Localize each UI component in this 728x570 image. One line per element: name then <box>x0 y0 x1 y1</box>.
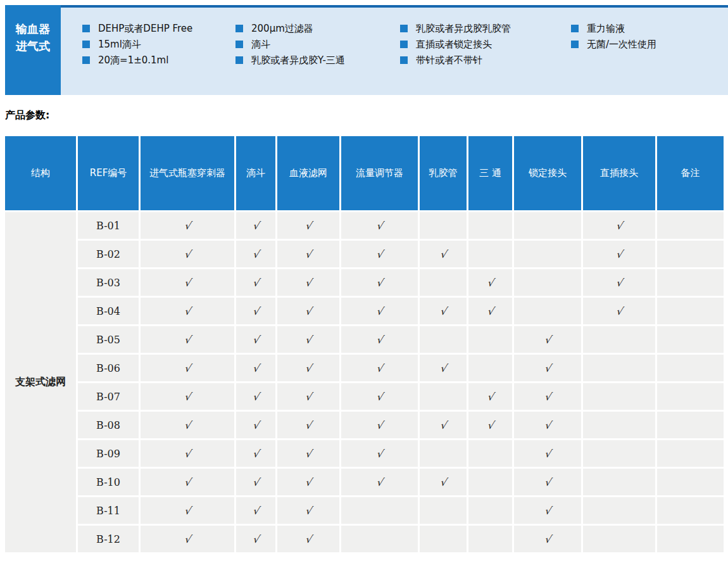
column-header-7: 乳胶管 <box>420 136 468 212</box>
column-header-3: 进气式瓶塞穿刺器 <box>141 136 236 212</box>
bullet-square-icon <box>235 25 243 32</box>
bullet-square-icon <box>82 41 90 48</box>
check-cell: √ <box>277 355 341 383</box>
feature-item: 15ml滴斗 <box>82 39 192 50</box>
page: 输血器 进气式 DEHP或者DEHP Free15ml滴斗20滴=1±0.1ml… <box>5 5 724 554</box>
check-cell: √ <box>341 440 420 469</box>
check-cell: √ <box>141 212 236 241</box>
check-cell: √ <box>141 269 236 298</box>
check-cell: √ <box>277 412 341 440</box>
check-cell: √ <box>583 241 657 269</box>
check-cell: √ <box>514 383 583 412</box>
table-row-B-11[interactable]: B-11√√√√ <box>5 497 724 526</box>
check-cell: √ <box>468 269 514 298</box>
empty-cell <box>657 412 724 440</box>
bullet-square-icon <box>400 41 408 48</box>
empty-cell <box>583 355 657 383</box>
feature-item: DEHP或者DEHP Free <box>82 23 192 34</box>
column-header-4: 滴斗 <box>236 136 277 212</box>
check-cell: √ <box>277 269 341 298</box>
check-cell: √ <box>141 440 236 469</box>
table-header-row: 结构REF编号进气式瓶塞穿刺器滴斗血液滤网流量调节器乳胶管三 通锁定接头直插接头… <box>5 136 724 212</box>
ref-cell: B-12 <box>78 526 141 554</box>
empty-cell <box>468 241 514 269</box>
table-row-B-06[interactable]: B-06√√√√√√ <box>5 355 724 383</box>
table-row-B-01[interactable]: 支架式滤网B-01√√√√√ <box>5 212 724 241</box>
table-row-B-05[interactable]: B-05√√√√√ <box>5 326 724 355</box>
check-cell: √ <box>277 383 341 412</box>
feature-item: 200μm过滤器 <box>235 23 345 34</box>
empty-cell <box>583 440 657 469</box>
check-cell: √ <box>236 212 277 241</box>
section-title: 产品参数: <box>5 109 724 122</box>
column-header-11: 备注 <box>657 136 724 212</box>
empty-cell <box>657 497 724 526</box>
empty-cell <box>468 326 514 355</box>
check-cell: √ <box>236 269 277 298</box>
empty-cell <box>657 469 724 497</box>
table-row-B-12[interactable]: B-12√√√√ <box>5 526 724 554</box>
empty-cell <box>657 212 724 241</box>
feature-text: 20滴=1±0.1ml <box>98 54 168 66</box>
check-cell: √ <box>236 298 277 326</box>
check-cell: √ <box>141 298 236 326</box>
empty-cell <box>514 212 583 241</box>
check-cell: √ <box>236 497 277 526</box>
column-header-1: 结构 <box>5 136 78 212</box>
check-cell: √ <box>277 326 341 355</box>
empty-cell <box>468 212 514 241</box>
check-cell: √ <box>277 212 341 241</box>
table-row-B-07[interactable]: B-07√√√√√√ <box>5 383 724 412</box>
bullet-square-icon <box>571 25 579 32</box>
empty-cell <box>657 440 724 469</box>
check-cell: √ <box>420 469 468 497</box>
empty-cell <box>468 526 514 554</box>
ref-cell: B-03 <box>78 269 141 298</box>
empty-cell <box>420 269 468 298</box>
ref-cell: B-04 <box>78 298 141 326</box>
table-row-B-03[interactable]: B-03√√√√√√ <box>5 269 724 298</box>
ref-cell: B-11 <box>78 497 141 526</box>
check-cell: √ <box>277 469 341 497</box>
feature-item: 无菌/一次性使用 <box>571 39 656 50</box>
feature-text: 乳胶或者异戊胶乳胶管 <box>416 23 511 35</box>
check-cell: √ <box>341 269 420 298</box>
column-header-10: 直插接头 <box>583 136 657 212</box>
structure-cell: 支架式滤网 <box>5 212 78 554</box>
empty-cell <box>468 469 514 497</box>
table-row-B-04[interactable]: B-04√√√√√√√ <box>5 298 724 326</box>
empty-cell <box>420 212 468 241</box>
table-row-B-09[interactable]: B-09√√√√√ <box>5 440 724 469</box>
check-cell: √ <box>141 469 236 497</box>
column-header-2: REF编号 <box>78 136 141 212</box>
check-cell: √ <box>341 383 420 412</box>
table-row-B-08[interactable]: B-08√√√√√√√ <box>5 412 724 440</box>
feature-item: 乳胶或者异戊胶乳胶管 <box>400 23 511 34</box>
empty-cell <box>468 355 514 383</box>
feature-item: 直插或者锁定接头 <box>400 39 511 50</box>
check-cell: √ <box>341 212 420 241</box>
column-header-9: 锁定接头 <box>514 136 583 212</box>
check-cell: √ <box>583 269 657 298</box>
check-cell: √ <box>277 526 341 554</box>
empty-cell <box>341 497 420 526</box>
product-title-line1: 输血器 <box>5 20 61 37</box>
empty-cell <box>420 526 468 554</box>
empty-cell <box>583 412 657 440</box>
check-cell: √ <box>514 412 583 440</box>
check-cell: √ <box>514 326 583 355</box>
check-cell: √ <box>420 355 468 383</box>
table-row-B-02[interactable]: B-02√√√√√√ <box>5 241 724 269</box>
feature-column-4: 重力输液无菌/一次性使用 <box>571 23 656 54</box>
ref-cell: B-01 <box>78 212 141 241</box>
table-row-B-10[interactable]: B-10√√√√√√ <box>5 469 724 497</box>
table-body: 支架式滤网B-01√√√√√B-02√√√√√√B-03√√√√√√B-04√√… <box>5 212 724 554</box>
empty-cell <box>657 298 724 326</box>
check-cell: √ <box>468 298 514 326</box>
product-title-line2: 进气式 <box>5 37 61 54</box>
check-cell: √ <box>341 469 420 497</box>
check-cell: √ <box>141 383 236 412</box>
check-cell: √ <box>236 355 277 383</box>
check-cell: √ <box>514 355 583 383</box>
empty-cell <box>514 269 583 298</box>
